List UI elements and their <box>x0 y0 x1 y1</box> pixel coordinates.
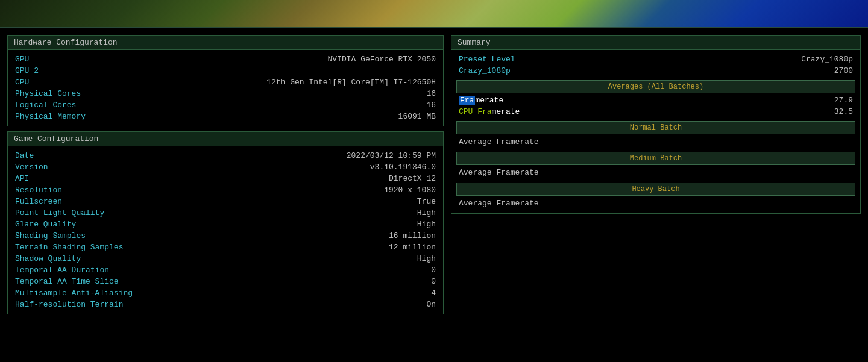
preset-row: Preset Level Crazy_1080p <box>454 54 858 65</box>
game-row-version: Version v3.10.191346.0 <box>10 161 441 173</box>
logical-cores-value: 16 <box>426 101 436 110</box>
shading-value: 16 million <box>389 231 436 240</box>
hardware-section: Hardware Configuration GPU NVIDIA GeForc… <box>7 35 444 126</box>
gpu-value: NVIDIA GeForce RTX 2050 <box>328 55 436 64</box>
game-row-glare: Glare Quality High <box>10 219 441 230</box>
summary-content: Preset Level Crazy_1080p Crazy_1080p 270… <box>451 50 860 213</box>
point-light-label: Point Light Quality <box>15 208 104 217</box>
cpu-framerate-row: CPU Framerate 32.5 <box>454 106 858 117</box>
cpu-value: 12th Gen Intel[R] Core[TM] I7-12650H <box>266 78 436 87</box>
api-value: DirectX 12 <box>389 174 436 183</box>
framerate-row: Framerate 27.9 <box>454 95 858 106</box>
game-row-temporal-slice: Temporal AA Time Slice 0 <box>10 276 441 287</box>
shadow-value: High <box>417 254 436 263</box>
api-label: API <box>15 174 29 183</box>
hardware-row-physical-memory: Physical Memory 16091 MB <box>10 111 441 122</box>
fullscreen-value: True <box>417 197 436 206</box>
game-row-resolution: Resolution 1920 x 1080 <box>10 184 441 196</box>
averages-label: Averages (All Batches) <box>608 83 703 91</box>
game-section: Game Configuration Date 2022/03/12 10:59… <box>7 131 444 314</box>
half-res-label: Half-resolution Terrain <box>15 300 123 309</box>
temporal-slice-value: 0 <box>431 277 436 286</box>
summary-title: Summary <box>458 38 491 47</box>
framerate-value: 27.9 <box>834 96 853 105</box>
preset-value: Crazy_1080p <box>801 55 853 64</box>
summary-section: Summary Preset Level Crazy_1080p Crazy_1… <box>451 35 861 214</box>
cpu-label: CPU <box>15 78 29 87</box>
summary-header: Summary <box>451 36 860 50</box>
right-panel: Summary Preset Level Crazy_1080p Crazy_1… <box>451 35 861 355</box>
hero-background <box>0 0 868 27</box>
version-label: Version <box>15 163 48 172</box>
shadow-label: Shadow Quality <box>15 254 81 263</box>
averages-bar: Averages (All Batches) <box>456 80 855 93</box>
hardware-row-logical-cores: Logical Cores 16 <box>10 99 441 111</box>
version-value: v3.10.191346.0 <box>370 163 436 172</box>
terrain-shading-value: 12 million <box>389 243 436 252</box>
glare-value: High <box>417 220 436 229</box>
physical-memory-label: Physical Memory <box>15 112 86 121</box>
half-res-value: On <box>426 300 436 309</box>
physical-cores-label: Physical Cores <box>15 89 81 98</box>
physical-cores-value: 16 <box>426 89 436 98</box>
game-content: Date 2022/03/12 10:59 PM Version v3.10.1… <box>8 146 443 314</box>
game-header: Game Configuration <box>8 132 443 146</box>
shading-label: Shading Samples <box>15 231 86 240</box>
cpu-framerate-label: CPU Framerate <box>459 107 520 116</box>
main-container: Hardware Configuration GPU NVIDIA GeForc… <box>0 27 868 362</box>
normal-batch-label: Normal Batch <box>630 123 682 132</box>
temporal-slice-label: Temporal AA Time Slice <box>15 277 119 286</box>
framerate-label: Framerate <box>459 96 503 105</box>
medium-batch-label: Medium Batch <box>630 154 682 163</box>
hardware-content: GPU NVIDIA GeForce RTX 2050 GPU 2 CPU 12… <box>8 50 443 126</box>
heavy-batch-label: Heavy Batch <box>632 185 679 193</box>
medium-avg-framerate: Average Framerate <box>454 166 858 179</box>
crazy-row: Crazy_1080p 2700 <box>454 65 858 76</box>
preset-label: Preset Level <box>459 55 515 64</box>
game-row-shadow: Shadow Quality High <box>10 253 441 264</box>
medium-avg-label: Average Framerate <box>459 168 539 177</box>
glare-label: Glare Quality <box>15 220 76 229</box>
cpu-framerate-value: 32.5 <box>834 107 853 116</box>
crazy-value: 2700 <box>834 66 853 75</box>
terrain-shading-label: Terrain Shading Samples <box>15 243 123 252</box>
point-light-value: High <box>417 208 436 217</box>
hardware-row-gpu: GPU NVIDIA GeForce RTX 2050 <box>10 54 441 65</box>
game-row-point-light: Point Light Quality High <box>10 207 441 219</box>
hardware-row-cpu: CPU 12th Gen Intel[R] Core[TM] I7-12650H <box>10 76 441 88</box>
game-row-terrain-shading: Terrain Shading Samples 12 million <box>10 242 441 253</box>
gpu2-label: GPU 2 <box>15 66 39 75</box>
normal-batch-bar: Normal Batch <box>456 121 855 134</box>
hardware-header: Hardware Configuration <box>8 36 443 50</box>
game-title: Game Configuration <box>14 134 98 143</box>
normal-avg-framerate: Average Framerate <box>454 136 858 148</box>
gpu-label: GPU <box>15 55 29 64</box>
msaa-label: Multisample Anti-Aliasing <box>15 289 133 298</box>
game-row-msaa: Multisample Anti-Aliasing 4 <box>10 287 441 299</box>
heavy-batch-bar: Heavy Batch <box>456 183 855 196</box>
game-row-shading: Shading Samples 16 million <box>10 230 441 242</box>
game-row-half-res: Half-resolution Terrain On <box>10 299 441 310</box>
resolution-value: 1920 x 1080 <box>384 186 436 195</box>
hardware-title: Hardware Configuration <box>14 38 118 47</box>
heavy-avg-framerate: Average Framerate <box>454 197 858 210</box>
hardware-row-gpu2: GPU 2 <box>10 65 441 76</box>
date-label: Date <box>15 151 34 160</box>
temporal-duration-value: 0 <box>431 266 436 275</box>
msaa-value: 4 <box>431 289 436 298</box>
normal-avg-label: Average Framerate <box>459 137 539 146</box>
logical-cores-label: Logical Cores <box>15 101 76 110</box>
game-row-date: Date 2022/03/12 10:59 PM <box>10 150 441 161</box>
resolution-label: Resolution <box>15 186 62 195</box>
fullscreen-label: Fullscreen <box>15 197 62 206</box>
hardware-row-physical-cores: Physical Cores 16 <box>10 88 441 99</box>
medium-batch-bar: Medium Batch <box>456 152 855 165</box>
left-panel: Hardware Configuration GPU NVIDIA GeForc… <box>7 35 444 355</box>
game-row-api: API DirectX 12 <box>10 173 441 184</box>
heavy-avg-label: Average Framerate <box>459 199 539 208</box>
temporal-duration-label: Temporal AA Duration <box>15 266 109 275</box>
date-value: 2022/03/12 10:59 PM <box>347 151 436 160</box>
game-row-temporal-duration: Temporal AA Duration 0 <box>10 264 441 276</box>
crazy-label: Crazy_1080p <box>459 66 511 75</box>
game-row-fullscreen: Fullscreen True <box>10 196 441 207</box>
